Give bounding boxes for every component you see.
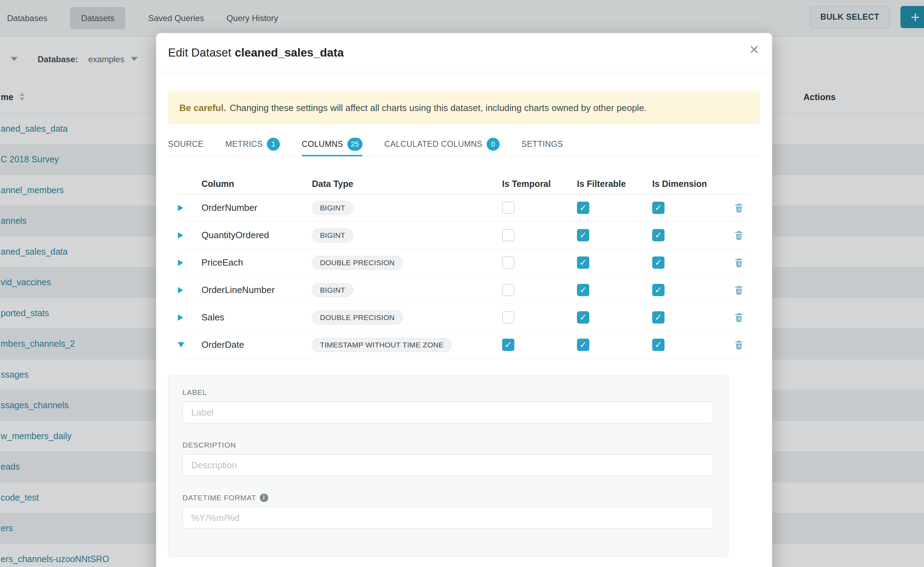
data-type-pill: BIGINT bbox=[312, 201, 354, 215]
is-temporal-checkbox[interactable] bbox=[502, 202, 515, 214]
data-type-pill: TIMESTAMP WITHOUT TIME ZONE bbox=[312, 338, 452, 352]
columns-table: Column Data Type Is Temporal Is Filterab… bbox=[178, 174, 750, 358]
label-input[interactable] bbox=[182, 402, 713, 423]
is-temporal-checkbox[interactable] bbox=[502, 311, 515, 324]
expand-caret-icon[interactable] bbox=[178, 287, 183, 293]
is-temporal-checkbox[interactable] bbox=[502, 229, 515, 242]
data-type-pill: DOUBLE PRECISION bbox=[312, 310, 403, 325]
header-is-filterable: Is Filterable bbox=[577, 179, 652, 189]
is-filterable-checkbox[interactable] bbox=[577, 202, 589, 214]
column-name: PriceEach bbox=[194, 257, 304, 268]
modal-body: Be careful. Changing these settings will… bbox=[156, 92, 772, 556]
column-row: PriceEach DOUBLE PRECISION bbox=[178, 249, 750, 276]
column-row: Sales DOUBLE PRECISION bbox=[178, 304, 750, 331]
column-name: OrderLineNumber bbox=[194, 285, 304, 296]
is-dimension-checkbox[interactable] bbox=[652, 202, 665, 214]
column-name: OrderDate bbox=[194, 339, 304, 350]
tab-columns[interactable]: COLUMNS 25 bbox=[302, 132, 363, 156]
modal-title-prefix: Edit Dataset bbox=[168, 46, 231, 59]
is-dimension-checkbox[interactable] bbox=[652, 229, 665, 242]
edit-dataset-modal: Edit Datasetcleaned_sales_data Be carefu… bbox=[156, 33, 772, 567]
expand-caret-icon[interactable] bbox=[178, 205, 183, 211]
warning-banner: Be careful. Changing these settings will… bbox=[168, 92, 760, 124]
modal-tabs: SOURCE METRICS 1 COLUMNS 25 CALCULATED C… bbox=[168, 132, 760, 156]
expand-caret-icon[interactable] bbox=[178, 314, 183, 321]
expand-caret-icon[interactable] bbox=[178, 260, 183, 266]
header-data-type: Data Type bbox=[304, 179, 502, 189]
description-input[interactable] bbox=[182, 454, 713, 476]
tab-calculated-columns[interactable]: CALCULATED COLUMNS 0 bbox=[384, 132, 500, 156]
column-row: QuantityOrdered BIGINT bbox=[178, 222, 750, 249]
column-name: Sales bbox=[194, 312, 304, 323]
calculated-columns-count-badge: 0 bbox=[487, 138, 500, 151]
is-filterable-checkbox[interactable] bbox=[577, 284, 589, 296]
label-field-label: LABEL bbox=[182, 388, 714, 397]
close-icon[interactable] bbox=[749, 44, 760, 56]
trash-icon[interactable] bbox=[733, 339, 744, 350]
columns-table-header: Column Data Type Is Temporal Is Filterab… bbox=[178, 174, 750, 194]
description-field-label: DESCRIPTION bbox=[182, 441, 714, 449]
trash-icon[interactable] bbox=[733, 285, 744, 296]
is-dimension-checkbox[interactable] bbox=[652, 311, 665, 324]
is-filterable-checkbox[interactable] bbox=[577, 256, 589, 269]
tab-metrics[interactable]: METRICS 1 bbox=[226, 132, 280, 156]
is-dimension-checkbox[interactable] bbox=[652, 256, 665, 269]
header-column: Column bbox=[194, 179, 304, 189]
warning-text: Changing these settings will affect all … bbox=[230, 103, 647, 114]
data-type-pill: BIGINT bbox=[312, 228, 354, 242]
modal-title-dataset: cleaned_sales_data bbox=[235, 46, 344, 59]
tab-settings[interactable]: SETTINGS bbox=[521, 132, 563, 156]
is-filterable-checkbox[interactable] bbox=[577, 339, 589, 351]
column-editor-panel: LABEL DESCRIPTION DATETIME FORMAT bbox=[168, 375, 728, 556]
is-temporal-checkbox[interactable] bbox=[502, 284, 515, 296]
is-dimension-checkbox[interactable] bbox=[652, 284, 665, 296]
info-icon[interactable] bbox=[260, 494, 268, 502]
header-is-dimension: Is Dimension bbox=[652, 179, 727, 189]
is-temporal-checkbox[interactable] bbox=[502, 256, 515, 269]
column-name: OrderNumber bbox=[194, 202, 304, 213]
columns-count-badge: 25 bbox=[348, 138, 363, 151]
column-row: OrderNumber BIGINT bbox=[178, 194, 750, 222]
column-name: QuantityOrdered bbox=[194, 230, 304, 241]
data-type-pill: BIGINT bbox=[312, 283, 354, 297]
datetime-format-input[interactable] bbox=[182, 507, 713, 529]
trash-icon[interactable] bbox=[733, 202, 744, 213]
header-is-temporal: Is Temporal bbox=[502, 179, 577, 189]
data-type-pill: DOUBLE PRECISION bbox=[312, 256, 403, 270]
tab-source[interactable]: SOURCE bbox=[168, 132, 203, 156]
column-row: OrderLineNumber BIGINT bbox=[178, 276, 750, 304]
datetime-format-field-label: DATETIME FORMAT bbox=[182, 494, 714, 502]
is-filterable-checkbox[interactable] bbox=[577, 311, 589, 324]
trash-icon[interactable] bbox=[733, 312, 744, 323]
trash-icon[interactable] bbox=[733, 230, 744, 241]
expand-caret-icon[interactable] bbox=[178, 232, 183, 238]
trash-icon[interactable] bbox=[733, 257, 744, 268]
is-dimension-checkbox[interactable] bbox=[652, 339, 665, 351]
column-row-expanded: OrderDate TIMESTAMP WITHOUT TIME ZONE bbox=[178, 331, 750, 358]
collapse-caret-icon[interactable] bbox=[178, 342, 184, 347]
is-filterable-checkbox[interactable] bbox=[577, 229, 589, 242]
metrics-count-badge: 1 bbox=[267, 138, 280, 151]
modal-title: Edit Datasetcleaned_sales_data bbox=[168, 46, 344, 59]
is-temporal-checkbox[interactable] bbox=[502, 339, 515, 351]
warning-bold-text: Be careful. bbox=[179, 103, 226, 114]
modal-header: Edit Datasetcleaned_sales_data bbox=[156, 33, 772, 72]
